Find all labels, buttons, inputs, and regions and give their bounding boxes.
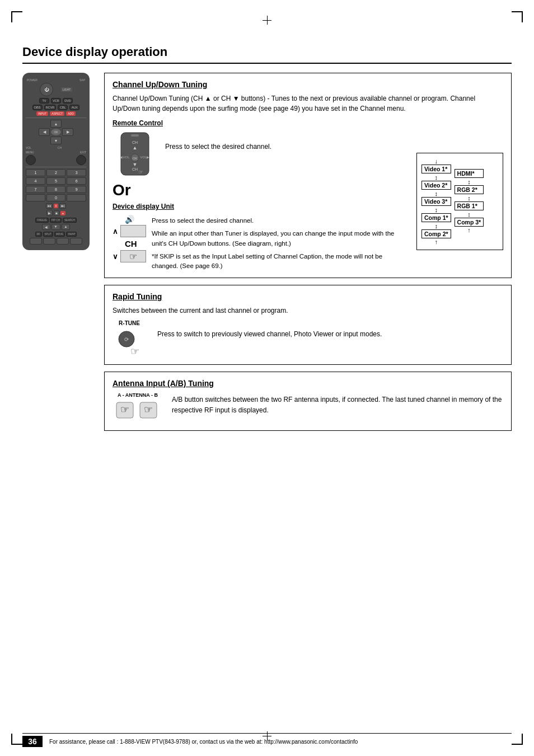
svg-text:VOL▶: VOL▶ (140, 156, 149, 159)
svg-text:◀VOL: ◀VOL (120, 156, 130, 159)
remote-bottom-btn1[interactable] (30, 238, 42, 245)
remote-btn-7[interactable]: 7 (26, 186, 45, 193)
remote-vol-right-btn[interactable]: ▶ (62, 128, 73, 136)
remote-fwd-btn[interactable]: ⏭ (59, 203, 66, 209)
remote-pipch-btn[interactable]: PIP CH (50, 218, 62, 223)
remote-bottom-btn3[interactable] (57, 238, 69, 245)
remote-arr-up-btn[interactable]: ▲ (62, 224, 71, 230)
rtune-icon-area: R-TUNE ⟳ ☞ (113, 320, 146, 358)
remote-menu-btn[interactable] (26, 155, 36, 165)
cross-top (263, 16, 271, 25)
remote-btn-5[interactable]: 5 (46, 177, 66, 185)
svg-text:▼: ▼ (133, 162, 138, 167)
remote-input-btn[interactable]: INPUT (36, 111, 48, 116)
remote-power-label: POWER (26, 78, 55, 82)
input-diagram-box: ↓ Video 1* ↕ Video 2* ↕ Video 3* ↕ Comp … (416, 153, 503, 250)
remote-arr-left-btn[interactable]: ◀ (42, 224, 50, 230)
remote-ok-btn[interactable]: OK (50, 128, 62, 136)
remote-aux-btn[interactable]: AUX (69, 105, 79, 110)
remote-exit-btn[interactable] (76, 155, 86, 165)
remote-arr-down-btn[interactable]: ▼ (51, 224, 60, 230)
remote-move-btn[interactable]: MOVE (54, 232, 65, 237)
antenna-icon-top: 🔊 (113, 215, 146, 224)
rapid-tuning-description: Switches between the current and last ch… (113, 306, 503, 316)
remote-mini-diagram: CH ▲ ◀VOL OK VOL▶ ▼ CH (113, 132, 157, 178)
remote-btn-9[interactable]: 9 (67, 186, 86, 193)
remote-bottom-btn4[interactable] (70, 238, 82, 245)
svg-text:▲: ▲ (133, 145, 138, 151)
remote-vol-left-btn[interactable]: ◀ (39, 128, 50, 136)
remote-menu-label: MENU (26, 151, 34, 154)
remote-freeze-btn[interactable]: FREEZE (35, 218, 49, 223)
remote-btn-8[interactable]: 8 (46, 186, 66, 193)
remote-dbs-btn[interactable]: DBS (32, 105, 43, 110)
remote-power-btn[interactable]: ⏻ (40, 83, 53, 96)
remote-rcvr-btn[interactable]: RCVR (44, 105, 57, 110)
remote-btn-2[interactable]: 2 (46, 169, 66, 176)
ch-down-btn[interactable]: ☞ (120, 250, 146, 262)
ch-up-btn[interactable] (120, 225, 146, 237)
remote-vcr-btn[interactable]: VCR (51, 98, 61, 104)
channel-layout: Remote Control CH (113, 119, 503, 271)
input-rgb1: RGB 1* (455, 201, 484, 210)
antenna-icon-area: A - ANTENNA - B ☞ ☞ (113, 392, 163, 424)
input-video3: Video 3* (421, 197, 451, 206)
input-diagram-area: ↓ Video 1* ↕ Video 2* ↕ Video 3* ↕ Comp … (416, 153, 503, 271)
remote-light-btn[interactable]: LIGHT (61, 87, 73, 92)
device-ch-buttons: 🔊 ∧ CH ∨ ☞ (113, 215, 146, 264)
remote-add-btn[interactable]: ADD (66, 111, 76, 116)
remote-btn-blank2 (67, 194, 86, 201)
remote-btn-6[interactable]: 6 (67, 177, 86, 185)
page-number: 36 (22, 736, 43, 747)
input-video1: Video 1* (421, 165, 451, 173)
ch-up-arrow: ∧ (113, 227, 118, 236)
svg-text:☞: ☞ (130, 346, 139, 356)
device-press-text: Press to select the desired channel. (152, 216, 407, 226)
remote-btn-4[interactable]: 4 (26, 177, 45, 185)
remote-rec-btn[interactable]: ● (60, 211, 65, 215)
rtune-label: R-TUNE (113, 320, 146, 326)
remote-split-btn[interactable]: SPLIT (43, 232, 54, 237)
input-hdmi: HDMI* (455, 169, 484, 178)
content-area: Channel Up/Down Tuning Channel Up/Down T… (104, 73, 512, 438)
remote-dvd-btn[interactable]: DVD (63, 98, 73, 104)
reg-mark-bl (11, 734, 22, 745)
remote-aspect-btn[interactable]: ASPECT (50, 111, 64, 116)
input-right-col: HDMI* ↕ RGB 2* ↕ RGB 1* ↕ Comp 3* ↑ (455, 169, 484, 245)
remote-btn-0[interactable]: 0 (46, 194, 66, 201)
remote-cbl-btn[interactable]: CBL (58, 105, 68, 110)
remote-numpad: 1 2 3 4 5 6 7 8 9 0 (26, 169, 86, 201)
channel-left-col: Remote Control CH (113, 119, 407, 271)
remote-vol-label: VOL (26, 146, 31, 149)
channel-section-title: Channel Up/Down Tuning (113, 80, 503, 89)
remote-rew-btn[interactable]: ⏮ (46, 203, 53, 209)
page-footer: 36 For assistance, please call : 1-888-V… (22, 733, 512, 747)
remote-rf-btn[interactable]: RF (35, 232, 42, 237)
remote-ch-label: CH (33, 146, 86, 149)
input-comp1: Comp 1* (421, 213, 451, 222)
remote-divider2 (26, 167, 86, 167)
input-comp2: Comp 2* (421, 229, 451, 238)
remote-stop-btn[interactable]: ■ (54, 210, 59, 216)
input-left-col: ↓ Video 1* ↕ Video 2* ↕ Video 3* ↕ Comp … (421, 158, 451, 245)
remote-bottom-btn2[interactable] (43, 238, 55, 245)
remote-down-btn[interactable]: ▼ (50, 137, 62, 144)
rapid-tuning-section: Rapid Tuning Switches between the curren… (104, 285, 512, 365)
channel-section-box: Channel Up/Down Tuning Channel Up/Down T… (104, 73, 512, 278)
remote-btn-3[interactable]: 3 (67, 169, 86, 176)
remote-up-btn[interactable]: ▲ (50, 120, 62, 128)
or-text: Or (113, 181, 407, 199)
remote-play-btn[interactable]: ▶ (46, 210, 53, 216)
remote-tv-btn[interactable]: TV (39, 98, 49, 104)
remote-search-btn[interactable]: SEARCH (63, 218, 77, 223)
svg-text:CH: CH (132, 140, 138, 144)
antenna-area: A - ANTENNA - B ☞ ☞ A/B button switches … (113, 392, 503, 424)
reg-mark-tl (11, 11, 22, 22)
rtune-svg: ⟳ ☞ (115, 328, 143, 356)
remote-btn-1[interactable]: 1 (26, 169, 45, 176)
svg-rect-1 (131, 134, 139, 137)
remote-swap-btn[interactable]: SWAP (66, 232, 77, 237)
page-title: Device display operation (22, 45, 512, 64)
antenna-ab-label: A - ANTENNA - B (113, 392, 163, 398)
remote-pause-btn[interactable]: II (54, 204, 59, 208)
